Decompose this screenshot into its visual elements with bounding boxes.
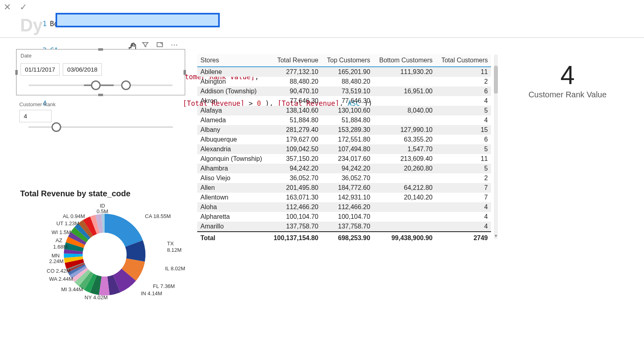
value-cell: 138,140.60 (268, 106, 322, 115)
value-cell: 64,212.80 (374, 183, 436, 193)
table-row[interactable]: Alhambra94,242.2094,242.2020,260.805 (197, 164, 491, 173)
commit-icon[interactable]: ✓ (19, 2, 28, 12)
value-cell: 4 (436, 212, 491, 222)
value-cell: 4 (436, 222, 491, 232)
table-row[interactable]: Allentown163,071.30142,931.1020,140.207 (197, 193, 491, 202)
table-row[interactable]: Alexandria109,042.50107,494.801,547.705 (197, 144, 491, 154)
store-cell: Albuquerque (197, 135, 268, 144)
scroll-thumb[interactable] (494, 66, 498, 94)
table-row[interactable]: Algonquin (Township)357,150.20234,017.60… (197, 154, 491, 164)
date-to-input[interactable]: 03/06/2018 (63, 63, 102, 76)
value-cell: 6 (436, 135, 491, 144)
date-slicer[interactable]: Date 01/11/2017 03/06/2018 (16, 49, 185, 95)
value-cell: 51,884.80 (322, 115, 374, 125)
store-cell: Algonquin (Township) (197, 154, 268, 164)
value-cell: 15 (436, 125, 491, 135)
table-row[interactable]: Albany281,279.40153,289.30127,990.1015 (197, 125, 491, 135)
table-row[interactable]: Addison (Township)90,470.1073,519.1016,9… (197, 86, 491, 96)
value-cell: 94,242.20 (268, 164, 322, 173)
resize-handle[interactable] (98, 94, 103, 96)
value-cell: 100,104.70 (268, 212, 322, 222)
value-cell: 127,990.10 (374, 125, 436, 135)
table-row[interactable]: Amarillo137,758.70137,758.704 (197, 222, 491, 232)
value-cell: 137,758.70 (322, 222, 374, 232)
table-row[interactable]: Alafaya138,140.60130,100.608,040.005 (197, 106, 491, 115)
table-row[interactable]: Albuquerque179,627.00172,551.8063,355.20… (197, 135, 491, 144)
store-cell: Alameda (197, 115, 268, 125)
table-row[interactable]: Aliso Viejo36,052.7036,052.702 (197, 173, 491, 183)
table-row[interactable]: Alpharetta100,104.70100,104.704 (197, 212, 491, 222)
kpi-value: 4 (515, 60, 620, 90)
customer-rank-thumb[interactable] (52, 122, 61, 132)
store-cell: Alpharetta (197, 212, 268, 222)
table-header[interactable]: Total Revenue (268, 54, 322, 67)
value-cell: 77,646.30 (322, 96, 374, 106)
donut-label: AL 0.94M (63, 213, 85, 219)
value-cell: 142,931.10 (322, 193, 374, 202)
store-cell: Abilene (197, 67, 268, 77)
table-row[interactable]: Akron77,646.3077,646.304 (197, 96, 491, 106)
date-range-thumb-end[interactable] (121, 80, 131, 90)
value-cell: 88,480.20 (268, 77, 322, 86)
resize-handle[interactable] (98, 48, 103, 51)
value-cell: 213,609.40 (374, 154, 436, 164)
donut-label: 8.12M (167, 247, 182, 253)
table-header[interactable]: Stores (197, 54, 268, 67)
scroll-down-icon[interactable]: ▾ (493, 233, 499, 239)
table-row[interactable]: Abington88,480.2088,480.202 (197, 77, 491, 86)
store-cell: Aloha (197, 202, 268, 212)
kpi-label: Customer Rank Value (515, 90, 620, 99)
value-cell: 6 (436, 86, 491, 96)
value-cell (374, 77, 436, 86)
table-header[interactable]: Total Customers (436, 54, 491, 67)
value-cell (374, 115, 436, 125)
customer-rank-slicer[interactable]: Customer Rank 4 (16, 101, 185, 128)
donut-label: IN 4.14M (141, 290, 162, 296)
donut-label: MI 3.44M (61, 286, 83, 292)
value-cell (374, 222, 436, 232)
value-cell: 77,646.30 (268, 96, 322, 106)
focus-mode-icon[interactable] (155, 40, 164, 49)
value-cell: 63,355.20 (374, 135, 436, 144)
value-cell: 11 (436, 154, 491, 164)
table-row[interactable]: Alameda51,884.8051,884.804 (197, 115, 491, 125)
value-cell: 163,071.30 (268, 193, 322, 202)
donut-chart[interactable]: Total Revenue by state_code CA 18.55MTX8… (20, 189, 189, 307)
value-cell: 137,758.70 (268, 222, 322, 232)
kpi-card[interactable]: 4 Customer Rank Value (515, 60, 620, 99)
customer-rank-track[interactable] (28, 126, 173, 128)
table-row[interactable]: Abilene277,132.10165,201.90111,930.2011 (197, 67, 491, 77)
value-cell: 20,260.80 (374, 164, 436, 173)
donut-label: 0.5M (97, 208, 108, 214)
donut-label: TX (167, 241, 174, 247)
store-cell: Alafaya (197, 106, 268, 115)
date-from-input[interactable]: 01/11/2017 (21, 63, 60, 76)
table-header[interactable]: Top Customers (322, 54, 374, 67)
table-row[interactable]: Allen201,495.80184,772.6064,212.807 (197, 183, 491, 193)
resize-handle[interactable] (15, 70, 18, 75)
value-cell: 36,052.70 (322, 173, 374, 183)
visual-header-toolbar: ⋯ (141, 40, 179, 49)
table-header[interactable]: Bottom Customers (374, 54, 436, 67)
table-row[interactable]: Aloha112,466.20112,466.204 (197, 202, 491, 212)
value-cell: 20,140.20 (374, 193, 436, 202)
date-range-thumb-start[interactable] (91, 80, 101, 90)
resize-handle[interactable] (184, 70, 186, 75)
value-cell: 94,242.20 (322, 164, 374, 173)
donut-slice[interactable] (105, 214, 143, 247)
value-cell: 112,466.20 (322, 202, 374, 212)
customer-rank-input[interactable]: 4 (19, 110, 52, 122)
table-scrollbar[interactable]: ▴ ▾ (493, 54, 499, 239)
value-cell: 8,040.00 (374, 106, 436, 115)
value-cell: 184,772.60 (322, 183, 374, 193)
filter-icon[interactable] (141, 40, 150, 49)
stores-table[interactable]: StoresTotal RevenueTop CustomersBottom C… (197, 54, 491, 243)
value-cell: 4 (436, 202, 491, 212)
value-cell: 4 (436, 96, 491, 106)
more-options-icon[interactable]: ⋯ (170, 40, 179, 49)
value-cell: 179,627.00 (268, 135, 322, 144)
store-cell: Amarillo (197, 222, 268, 232)
value-cell: 165,201.90 (322, 67, 374, 77)
cancel-icon[interactable]: ✕ (2, 2, 12, 12)
value-cell: 5 (436, 106, 491, 115)
